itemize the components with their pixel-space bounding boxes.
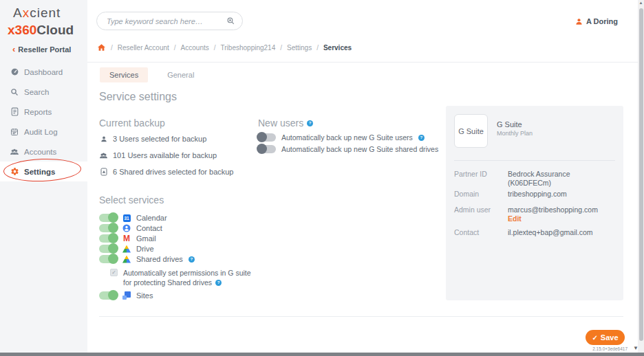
breadcrumb-tribeshopping214[interactable]: Tribeshopping214 bbox=[221, 44, 276, 52]
home-icon[interactable] bbox=[97, 43, 106, 52]
footer-divider bbox=[99, 316, 623, 317]
toggle-backup-new-shared-drives[interactable] bbox=[258, 145, 276, 153]
drive-icon bbox=[122, 255, 131, 263]
sidebar-item-audit-log[interactable]: Audit Log bbox=[0, 122, 87, 142]
info-icon[interactable]: ? bbox=[189, 256, 195, 263]
search-input[interactable] bbox=[107, 17, 226, 25]
field-value-admin-user: marcus@tribeshopping.com bbox=[508, 205, 598, 214]
backup-stat-shared-drives: 6 Shared drives selected for backup bbox=[99, 168, 234, 176]
user-icon bbox=[575, 18, 583, 25]
backup-stat-text: 101 Users available for backup bbox=[113, 151, 217, 159]
breadcrumb-settings[interactable]: Settings bbox=[287, 44, 312, 52]
vertical-scrollbar-thumb[interactable] bbox=[639, 8, 643, 341]
sidebar-item-label: Reports bbox=[24, 108, 52, 116]
brand-rest: cient bbox=[30, 5, 61, 20]
backup-stat-text: 3 Users selected for backup bbox=[113, 135, 206, 143]
toggle-knob bbox=[108, 233, 118, 243]
toggle-calendar[interactable] bbox=[99, 214, 117, 222]
toggle-knob bbox=[108, 223, 118, 233]
sidebar-item-accounts[interactable]: Accounts bbox=[0, 142, 87, 162]
vertical-scrollbar[interactable]: ▲ bbox=[638, 0, 644, 353]
drive-icon bbox=[122, 245, 131, 253]
users-group-icon bbox=[99, 152, 108, 159]
service-row-gmail: M Gmail bbox=[99, 234, 156, 243]
field-label-contact: Contact bbox=[454, 228, 479, 236]
plan-subtitle: Monthly Plan bbox=[497, 130, 533, 137]
sidebar: Axcient x360Cloud ‹Reseller Portal Dashb… bbox=[0, 0, 87, 353]
info-icon[interactable]: ? bbox=[307, 120, 313, 126]
horizontal-scrollbar[interactable] bbox=[0, 353, 644, 356]
field-value-domain: tribeshopping.com bbox=[508, 190, 567, 199]
field-label-partner-id: Partner ID bbox=[454, 170, 487, 178]
search-icon bbox=[10, 87, 19, 97]
service-label: Gmail bbox=[136, 234, 156, 243]
service-label: Shared drives bbox=[136, 255, 183, 263]
toggle-knob bbox=[108, 212, 118, 223]
user-icon bbox=[99, 135, 108, 143]
breadcrumb-separator: / bbox=[214, 44, 216, 52]
permissions-label-line1: Automatically set permissions in G suite bbox=[123, 269, 251, 277]
toggle-row-new-gsuite-users: Automatically back up new G Suite users … bbox=[258, 133, 425, 142]
sidebar-item-label: Settings bbox=[24, 168, 55, 176]
sidebar-item-label: Dashboard bbox=[24, 68, 63, 76]
toggle-label: Automatically back up new G Suite users bbox=[281, 133, 413, 142]
toggle-shared-drives[interactable] bbox=[99, 255, 117, 263]
document-icon bbox=[10, 107, 19, 117]
info-icon[interactable]: ? bbox=[418, 135, 425, 141]
user-menu[interactable]: A Doring bbox=[575, 17, 618, 25]
backup-stat-text: 6 Shared drives selected for backup bbox=[113, 168, 234, 176]
toggle-backup-new-users[interactable] bbox=[258, 133, 276, 142]
calendar-day-number: 31 bbox=[123, 214, 131, 222]
brand-product: x360Cloud bbox=[0, 23, 87, 38]
tab-general[interactable]: General bbox=[158, 67, 204, 82]
sidebar-nav: Dashboard Search Reports Audit Log bbox=[0, 62, 87, 181]
edit-admin-user-link[interactable]: Edit bbox=[508, 214, 522, 223]
service-row-calendar: 31 Calendar bbox=[99, 214, 167, 222]
reseller-portal-link[interactable]: ‹Reseller Portal bbox=[0, 44, 87, 54]
save-button[interactable]: ✓ Save bbox=[586, 330, 625, 345]
sites-icon bbox=[122, 291, 131, 300]
sidebar-item-dashboard[interactable]: Dashboard bbox=[0, 62, 87, 82]
shared-drive-icon bbox=[99, 168, 108, 176]
new-users-title-row: New users ? bbox=[258, 118, 313, 129]
breadcrumb-reseller-account[interactable]: Reseller Account bbox=[118, 44, 169, 52]
sidebar-item-search[interactable]: Search bbox=[0, 82, 87, 102]
field-label-admin-user: Admin user bbox=[454, 205, 491, 214]
toggle-knob bbox=[108, 243, 118, 254]
toggle-drive[interactable] bbox=[99, 245, 117, 253]
sidebar-item-reports[interactable]: Reports bbox=[0, 102, 87, 122]
tab-bar: Services General bbox=[100, 67, 204, 82]
scroll-up-arrow-icon[interactable]: ▲ bbox=[638, 1, 644, 5]
current-backup-title: Current backup bbox=[99, 118, 165, 129]
toggle-contact[interactable] bbox=[99, 224, 117, 232]
gsuite-logo-text: G Suite bbox=[458, 127, 484, 135]
select-services-title: Select services bbox=[99, 194, 164, 205]
permissions-label-line2: for protecting Shared drives bbox=[123, 278, 212, 287]
sidebar-item-settings[interactable]: Settings bbox=[0, 162, 87, 181]
product-rest: Cloud bbox=[36, 23, 74, 37]
info-icon[interactable]: ? bbox=[215, 280, 222, 286]
check-icon: ✓ bbox=[592, 334, 597, 342]
version-label: 2.15.0+3ede6417 bbox=[592, 346, 627, 351]
search-icon[interactable] bbox=[226, 16, 235, 25]
service-row-drive: Drive bbox=[99, 245, 154, 253]
partner-id-line2: (K06DFECm) bbox=[508, 179, 551, 187]
toggle-gmail[interactable] bbox=[99, 234, 117, 243]
breadcrumb-current: Services bbox=[323, 44, 352, 52]
field-value-partner-id: Bedrock Assurance (K06DFECm) bbox=[508, 170, 570, 188]
toggle-row-new-shared-drives: Automatically back up new G Suite shared… bbox=[258, 145, 438, 153]
header-divider bbox=[87, 62, 644, 63]
dashboard-icon bbox=[10, 67, 19, 77]
service-label: Contact bbox=[136, 224, 162, 232]
breadcrumb-separator: / bbox=[280, 44, 282, 52]
breadcrumb-accounts[interactable]: Accounts bbox=[181, 44, 209, 52]
tab-services[interactable]: Services bbox=[100, 67, 148, 82]
toggle-sites[interactable] bbox=[99, 291, 117, 300]
permissions-label: Automatically set permissions in G suite… bbox=[123, 268, 251, 287]
permissions-checkbox[interactable]: ✓ bbox=[110, 269, 118, 276]
brand-axcient: Axcient bbox=[0, 5, 87, 21]
backup-stat-users-selected: 3 Users selected for backup bbox=[99, 135, 206, 143]
app-window: Axcient x360Cloud ‹Reseller Portal Dashb… bbox=[0, 0, 644, 356]
sidebar-item-label: Accounts bbox=[24, 148, 56, 156]
service-label: Calendar bbox=[136, 214, 167, 222]
